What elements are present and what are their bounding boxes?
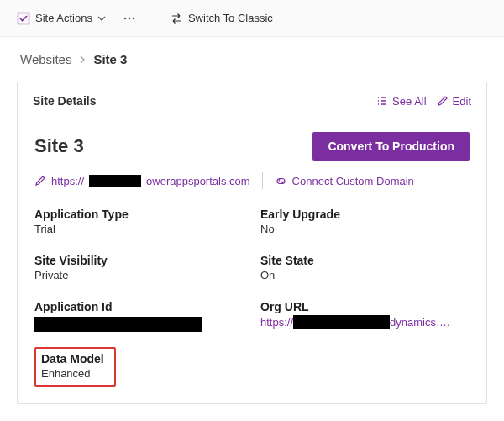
site-url-link[interactable]: https://owerappsportals.com [34, 175, 250, 187]
org-url-suffix: dynamics…. [390, 316, 450, 329]
redacted-block [34, 317, 202, 332]
see-all-link[interactable]: See All [376, 95, 426, 108]
field-label: Org URL [260, 300, 470, 313]
site-actions-label: Site Actions [35, 12, 92, 24]
chevron-down-icon [97, 14, 106, 23]
see-all-label: See All [392, 95, 426, 108]
chevron-right-icon [78, 52, 87, 66]
url-row: https://owerappsportals.com Connect Cust… [34, 172, 470, 189]
breadcrumb: Websites Site 3 [0, 37, 504, 75]
svg-point-2 [129, 17, 131, 19]
breadcrumb-current: Site 3 [93, 52, 127, 66]
card-body: Site 3 Convert To Production https://owe… [18, 118, 486, 403]
field-label: Data Model [41, 352, 104, 366]
field-application-type: Application Type Trial [34, 208, 244, 235]
field-value: No [260, 223, 470, 235]
pencil-icon [437, 95, 449, 107]
org-url-prefix: https:// [260, 316, 293, 329]
field-value: Enhanced [41, 367, 104, 380]
field-org-url: Org URL https://dynamics…. [260, 300, 470, 332]
field-label: Application Type [34, 208, 244, 221]
card-header: Site Details See All Edit [18, 82, 486, 118]
more-horizontal-icon [123, 12, 136, 25]
field-application-id: Application Id [34, 300, 244, 332]
field-value: On [260, 269, 470, 282]
svg-point-1 [124, 17, 127, 19]
site-name: Site 3 [34, 135, 312, 157]
switch-to-classic[interactable]: Switch To Classic [165, 8, 278, 29]
swap-icon [170, 12, 183, 25]
field-early-upgrade: Early Upgrade No [260, 208, 470, 235]
breadcrumb-parent[interactable]: Websites [20, 52, 71, 66]
card-title: Site Details [33, 94, 366, 108]
checkbox-check-icon [17, 12, 30, 25]
site-actions-menu[interactable]: Site Actions [12, 8, 111, 29]
field-site-state: Site State On [260, 254, 470, 282]
edit-label: Edit [453, 95, 471, 108]
overflow-menu[interactable] [118, 8, 141, 29]
edit-link[interactable]: Edit [437, 95, 471, 108]
command-bar: Site Actions Switch To Classic [0, 0, 504, 37]
field-label: Application Id [34, 300, 244, 313]
details-grid: Application Type Trial Early Upgrade No … [34, 208, 470, 332]
site-url-suffix: owerappsportals.com [146, 175, 250, 187]
pencil-icon [34, 175, 46, 187]
site-details-card: Site Details See All Edit Site 3 Convert… [17, 82, 487, 404]
field-label: Site State [260, 254, 470, 267]
field-value: Private [34, 269, 244, 282]
field-value: Trial [34, 223, 244, 235]
data-model-highlight: Data Model Enhanced [34, 347, 116, 387]
redacted-block [89, 175, 141, 187]
svg-point-3 [133, 17, 135, 19]
field-label: Early Upgrade [260, 208, 470, 221]
link-icon [275, 175, 287, 187]
field-site-visibility: Site Visibility Private [34, 254, 244, 282]
list-icon [376, 95, 388, 107]
vertical-separator [262, 172, 263, 189]
site-url-prefix: https:// [51, 175, 84, 187]
org-url-link[interactable]: https://dynamics…. [260, 315, 470, 329]
convert-to-production-button[interactable]: Convert To Production [312, 132, 470, 161]
connect-domain-label: Connect Custom Domain [292, 175, 414, 187]
switch-classic-label: Switch To Classic [188, 12, 273, 24]
field-label: Site Visibility [34, 254, 244, 267]
redacted-block [293, 315, 390, 329]
connect-custom-domain-link[interactable]: Connect Custom Domain [275, 175, 414, 187]
